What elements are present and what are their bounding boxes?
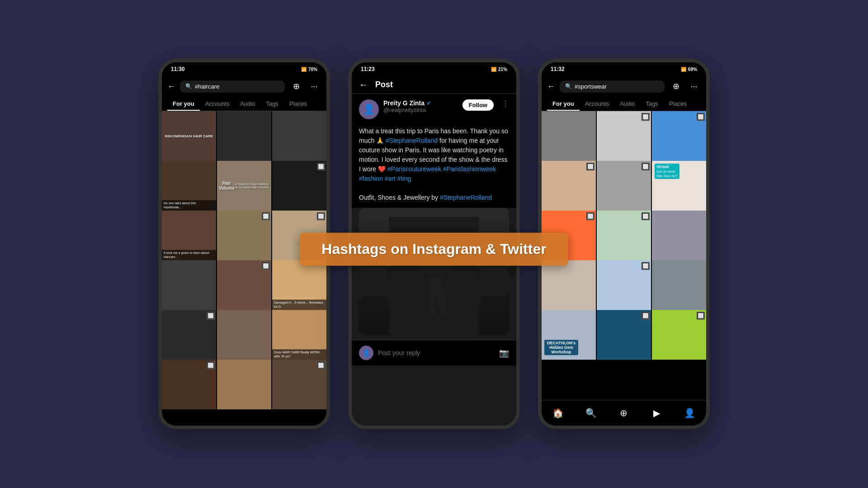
author-info: Preity G Zinta ✓ @realpreityzinta xyxy=(383,99,458,113)
bookmark-3-15[interactable]: 🔲 xyxy=(697,312,704,319)
tab-audio-1[interactable]: Audio xyxy=(235,97,260,111)
tab-for-you-3[interactable]: For you xyxy=(547,97,580,111)
bookmark-1-6[interactable]: 🔲 xyxy=(317,163,325,170)
search-input-3[interactable]: 🔍 #sportswear xyxy=(560,80,665,93)
grid-cell-1-11[interactable]: 🔲 xyxy=(217,260,271,310)
back-button-3[interactable]: ← xyxy=(547,82,555,91)
add-button-3[interactable]: ⊕ xyxy=(669,80,683,93)
bookmark-3-7[interactable]: 🔲 xyxy=(587,212,594,220)
bookmark-1-13[interactable]: 🔲 xyxy=(207,312,214,319)
hashtag-stephane-2[interactable]: #StephaneRolland xyxy=(440,194,492,201)
grid-cell-1-12[interactable]: Damaged H... 5 Home... Remedies for D... xyxy=(272,260,326,310)
more-button-1[interactable]: ··· xyxy=(307,80,321,93)
bookmark-3-8[interactable]: 🔲 xyxy=(642,212,649,220)
bookmark-1-9[interactable]: 🔲 xyxy=(317,212,325,220)
nav-reels-icon[interactable]: ▶ xyxy=(649,405,665,421)
bookmark-1-8[interactable]: 🔲 xyxy=(262,212,269,220)
tab-tags-3[interactable]: Tags xyxy=(640,97,663,111)
bookmark-1-18[interactable]: 🔲 xyxy=(317,361,325,369)
tab-places-1[interactable]: Places xyxy=(284,97,312,111)
nav-search-icon[interactable]: 🔍 xyxy=(583,405,599,421)
grid-cell-1-15[interactable]: Does HAIR CARE Really WORK after 35 yo? xyxy=(272,310,326,360)
tab-for-you-1[interactable]: For you xyxy=(167,97,200,111)
grid-cell-1-18[interactable]: 🔲 xyxy=(272,360,326,409)
tab-places-3[interactable]: Places xyxy=(664,97,692,111)
status-bar-1: 11:30 📶 70% xyxy=(162,62,326,76)
add-button-1[interactable]: ⊕ xyxy=(289,80,303,93)
bookmark-3-3[interactable]: 🔲 xyxy=(697,113,704,120)
grid-cell-1-8[interactable]: 🔲 xyxy=(217,211,271,260)
grid-cell-3-2[interactable]: 🔲 xyxy=(597,111,651,161)
grid-cell-1-14[interactable] xyxy=(217,310,271,360)
grid-cell-3-14[interactable]: 🔲 xyxy=(597,310,651,360)
follow-button[interactable]: Follow xyxy=(462,99,494,111)
grid-row-1f: 🔲 🔲 xyxy=(162,360,326,409)
grid-cell-3-6[interactable]: VintedQue du bone!Nike Shox NZ? xyxy=(652,161,706,211)
camera-icon[interactable]: 📷 xyxy=(499,348,509,358)
grid-cell-1-3[interactable] xyxy=(272,111,326,161)
grid-cell-1-13[interactable]: 🔲 xyxy=(162,310,216,360)
post-back-button[interactable]: ← xyxy=(359,80,368,90)
signal-icon-2: 📶 xyxy=(491,67,496,72)
post-image xyxy=(359,208,509,334)
status-bar-2: 11:23 📶 21% xyxy=(352,62,516,76)
back-button-1[interactable]: ← xyxy=(167,82,175,91)
grid-cell-1-5[interactable]: Hair Volume4 Steps to Stop Hairloss & In… xyxy=(217,161,271,211)
hashtag-stephane-1[interactable]: #StephaneRolland xyxy=(386,137,438,144)
grid-cell-3-11[interactable]: 🔲 xyxy=(597,260,651,310)
grid-cell-1-6[interactable]: 🔲 xyxy=(272,161,326,211)
tabs-1: For you Accounts Audio Tags Places xyxy=(162,97,326,111)
cell-overlay-5: Hair Volume4 Steps to Stop Hairloss & In… xyxy=(217,161,271,211)
grid-cell-3-15[interactable]: 🔲 xyxy=(652,310,706,360)
bookmark-3-5[interactable]: 🔲 xyxy=(642,163,649,170)
nav-profile-icon[interactable]: 👤 xyxy=(682,405,698,421)
cell-text-1-12: Damaged H... 5 Home... Remedies for D... xyxy=(272,300,326,310)
grid-cell-3-3[interactable]: 🔲 xyxy=(652,111,706,161)
reply-input[interactable]: Post your reply xyxy=(378,349,495,357)
nav-add-icon[interactable]: ⊕ xyxy=(616,405,632,421)
grid-cell-3-12[interactable] xyxy=(652,260,706,310)
tab-accounts-3[interactable]: Accounts xyxy=(580,97,614,111)
cell-text-1-7: It took me a years to learn about hairca… xyxy=(162,250,216,260)
tab-tags-1[interactable]: Tags xyxy=(260,97,283,111)
grid-cell-1-2[interactable] xyxy=(217,111,271,161)
bookmark-3-11[interactable]: 🔲 xyxy=(642,262,649,269)
grid-cell-3-13[interactable]: DECATHLON'sHidden GemWorkshop xyxy=(542,310,596,360)
hashtag-fashion[interactable]: #fashion xyxy=(359,175,383,182)
grid-cell-3-9[interactable] xyxy=(652,211,706,260)
grid-cell-1-1[interactable]: REKOMENDASI HAIR CARE xyxy=(162,111,216,161)
grid-cell-3-1[interactable] xyxy=(542,111,596,161)
tab-audio-3[interactable]: Audio xyxy=(614,97,640,111)
nav-home-icon[interactable]: 🏠 xyxy=(550,405,566,421)
bookmark-3-2[interactable]: 🔲 xyxy=(642,113,649,120)
grid-row-3a: 🔲 🔲 xyxy=(542,111,706,161)
hashtag-ting[interactable]: #ting xyxy=(397,175,411,182)
grid-row-1e: 🔲 Does HAIR CARE Really WORK after 35 yo… xyxy=(162,310,326,360)
grid-cell-3-5[interactable]: 🔲 xyxy=(597,161,651,211)
grid-cell-1-4[interactable]: No one talks about this heartbreak... xyxy=(162,161,216,211)
tab-accounts-1[interactable]: Accounts xyxy=(200,97,235,111)
hashtag-art[interactable]: #art xyxy=(385,175,396,182)
grid-cell-1-10[interactable] xyxy=(162,260,216,310)
bookmark-1-16[interactable]: 🔲 xyxy=(207,361,214,369)
hashtag-paris-fashion[interactable]: #Parisfashionweek xyxy=(443,165,496,173)
grid-cell-1-16[interactable]: 🔲 xyxy=(162,360,216,409)
grid-row-3d: 🔲 xyxy=(542,260,706,310)
grid-cell-3-4[interactable]: 🔲 xyxy=(542,161,596,211)
grid-row-1a: REKOMENDASI HAIR CARE xyxy=(162,111,326,161)
grid-cell-1-7[interactable]: It took me a years to learn about hairca… xyxy=(162,211,216,260)
grid-cell-1-17[interactable] xyxy=(217,360,271,409)
cell-text-1-15: Does HAIR CARE Really WORK after 35 yo? xyxy=(272,349,326,360)
more-button-3[interactable]: ··· xyxy=(687,80,701,93)
grid-row-3b: 🔲 🔲 VintedQue du bone!Nike Shox NZ? xyxy=(542,161,706,211)
post-more-dots[interactable]: ⋮ xyxy=(502,99,509,108)
bookmark-3-4[interactable]: 🔲 xyxy=(587,163,594,170)
search-input-1[interactable]: 🔍 #haircare xyxy=(180,80,285,93)
bookmark-1-11[interactable]: 🔲 xyxy=(262,262,269,269)
grid-cell-3-10[interactable] xyxy=(542,260,596,310)
bookmark-3-14[interactable]: 🔲 xyxy=(642,312,649,319)
banner-text: Hashtags on Instagram & Twitter xyxy=(321,241,546,257)
hashtag-paris-couture[interactable]: #Pariscoutureweek xyxy=(387,165,441,173)
grid-cell-3-8[interactable]: 🔲 xyxy=(597,211,651,260)
status-icons-2: 📶 21% xyxy=(491,67,507,72)
